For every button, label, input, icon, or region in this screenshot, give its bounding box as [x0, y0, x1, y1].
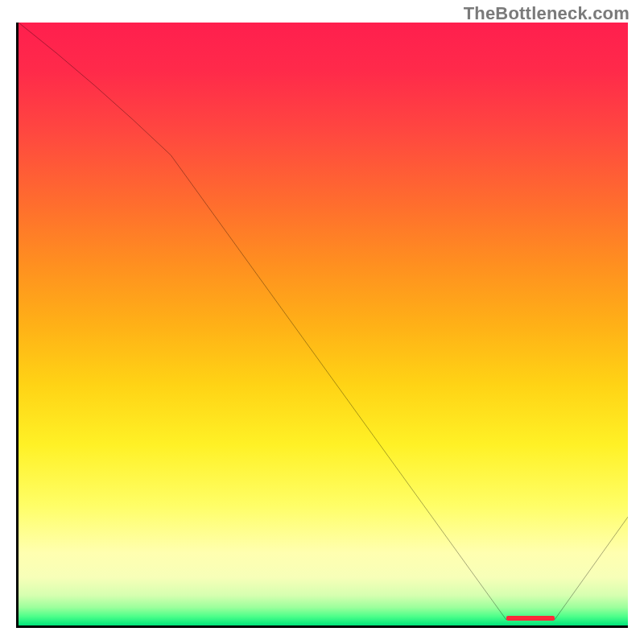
chart-container: TheBottleneck.com	[0, 0, 644, 644]
optimal-range-marker	[506, 616, 555, 621]
bottleneck-curve	[19, 23, 628, 625]
watermark-text: TheBottleneck.com	[464, 3, 630, 24]
plot-area	[16, 23, 628, 628]
